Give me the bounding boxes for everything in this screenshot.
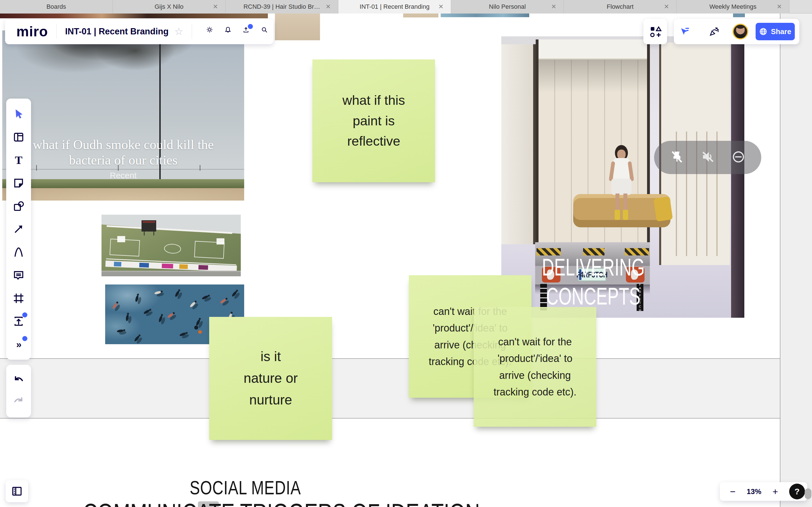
remove-icon[interactable] <box>731 150 746 165</box>
tab-weekly-meetings[interactable]: Weekly Meetings <box>677 0 790 13</box>
sticky-note-tool[interactable] <box>12 177 25 189</box>
shapes-icon <box>649 25 662 38</box>
mute-icon[interactable] <box>701 150 715 165</box>
close-icon[interactable] <box>776 3 783 10</box>
sticky-note-nature[interactable]: is it nature or nurture <box>209 317 332 440</box>
frame-border-top-social <box>0 418 780 418</box>
communicate-triggers-title: COMMUNICATE TRIGGERS OF IDEATION <box>83 499 408 507</box>
peeking-image-strip <box>733 13 745 17</box>
more-tools[interactable]: » <box>12 338 25 351</box>
tab-nilo-personal[interactable]: Nilo Personal <box>451 0 564 13</box>
peeking-image-strip <box>275 13 320 40</box>
tab-label: Nilo Personal <box>489 3 526 10</box>
board-title[interactable]: INT-01 | Recent Branding <box>65 26 168 37</box>
notification-dot <box>248 24 253 29</box>
close-icon[interactable] <box>212 3 219 10</box>
call-overlay-pill[interactable] <box>654 141 761 174</box>
smoke-image-headline: what if Oudh smoke could kill the bacter… <box>2 137 244 168</box>
text-tool[interactable]: T <box>12 154 25 166</box>
sticky-note-text: what if this paint is reflective <box>342 90 405 152</box>
tab-gijs-x-nilo[interactable]: Gijs X Nilo <box>113 0 225 13</box>
ball-graphic <box>198 330 202 334</box>
undo-button[interactable] <box>12 374 25 387</box>
sticky-note-text: is it nature or nurture <box>244 346 298 411</box>
tab-label: Weekly Meetings <box>709 3 756 10</box>
sticky-note-tracking-front[interactable]: can't wait for the 'product'/'idea' to a… <box>474 307 596 427</box>
tab-label: Boards <box>47 3 66 10</box>
ball-graphic <box>194 326 198 330</box>
close-icon[interactable] <box>663 3 670 10</box>
notifications-bell-icon[interactable] <box>224 26 232 37</box>
truck-headline-line1: DELIVERING <box>529 253 658 281</box>
canvas-outside-frame-band <box>0 358 780 418</box>
handbag-graphic <box>654 196 673 221</box>
star-icon[interactable]: ☆ <box>174 25 183 38</box>
celebrations-icon[interactable] <box>709 26 719 37</box>
select-tool[interactable] <box>12 108 25 121</box>
redo-button[interactable] <box>12 395 25 408</box>
comment-tool[interactable] <box>12 269 25 282</box>
sidebar-panel-icon <box>11 485 23 497</box>
board-header: miro INT-01 | Recent Branding ☆ <box>5 19 273 44</box>
powerline-graphic <box>2 169 244 170</box>
woman-figure <box>613 158 629 181</box>
tab-int-01-active[interactable]: INT-01 | Recent Branding <box>338 0 451 13</box>
scoreboard-leg <box>153 231 154 235</box>
upload-tool[interactable] <box>12 315 25 328</box>
goal-left <box>117 236 125 242</box>
miro-logo[interactable]: miro <box>16 23 48 40</box>
frame-border-right <box>780 13 780 507</box>
follow-cursor-icon[interactable] <box>679 26 690 37</box>
frames-sidebar-toggle[interactable] <box>6 480 28 502</box>
divider <box>192 24 192 39</box>
zoom-level[interactable]: 13% <box>747 487 761 496</box>
shapes-tool[interactable] <box>12 200 25 213</box>
peeking-image-strip <box>403 13 439 17</box>
zoom-in-button[interactable]: + <box>769 486 781 497</box>
truck-left-door <box>501 44 536 244</box>
templates-tool[interactable] <box>12 131 25 144</box>
truck-image[interactable]: F4RF3TCH FARFETCH DELIVERING CONCEPTS <box>501 36 744 318</box>
woman-figure <box>623 193 627 212</box>
zoom-out-button[interactable]: − <box>726 486 739 497</box>
close-icon[interactable] <box>550 3 557 10</box>
social-media-title: SOCIAL MEDIA <box>83 476 408 499</box>
search-icon[interactable] <box>261 26 268 37</box>
scrollbar-thumb[interactable] <box>805 489 811 499</box>
help-button[interactable]: ? <box>789 484 805 499</box>
avatar[interactable] <box>732 24 748 40</box>
football-hill-image[interactable] <box>101 215 241 276</box>
chevrons-right-icon: » <box>16 339 21 350</box>
woman-figure <box>611 179 631 195</box>
connection-line-tool[interactable] <box>12 223 25 235</box>
sticky-note-paint[interactable]: what if this paint is reflective <box>312 59 435 182</box>
frames-panel-button[interactable] <box>644 19 667 44</box>
smoke-image[interactable]: what if Oudh smoke could kill the bacter… <box>2 31 244 201</box>
unpin-icon[interactable] <box>670 150 684 165</box>
pen-tool[interactable] <box>12 245 25 259</box>
frame-tool[interactable] <box>12 292 25 305</box>
settings-gear-icon[interactable] <box>206 26 213 37</box>
goal-right <box>216 238 224 244</box>
browser-tab-bar: Boards Gijs X Nilo RCND-39 | Hair Studio… <box>0 0 812 13</box>
close-icon[interactable] <box>324 3 332 10</box>
tab-label: Flowchart <box>607 3 633 10</box>
zoom-controls: − 13% + ? <box>720 482 807 501</box>
sand-graphic <box>2 188 244 201</box>
tab-rcnd-39[interactable]: RCND-39 | Hair Studio Br… <box>225 0 338 13</box>
close-icon[interactable] <box>437 3 445 10</box>
smoke-image-caption: Recent <box>2 171 244 180</box>
creation-toolbar: T » <box>6 99 31 360</box>
collaboration-toolbar: Share <box>674 19 799 44</box>
peeking-image-strip <box>441 13 529 17</box>
share-button[interactable]: Share <box>756 23 795 40</box>
tab-label: Gijs X Nilo <box>154 3 184 10</box>
export-upload-icon[interactable] <box>243 26 250 37</box>
canvas-outside-frame-right <box>780 13 812 507</box>
scoreboard-leg <box>144 231 145 235</box>
globe-icon <box>759 27 767 36</box>
tab-boards[interactable]: Boards <box>0 0 113 13</box>
tab-flowchart[interactable]: Flowchart <box>564 0 677 13</box>
truck-right-edge <box>731 41 744 318</box>
miro-canvas[interactable]: what if Oudh smoke could kill the bacter… <box>0 13 812 507</box>
